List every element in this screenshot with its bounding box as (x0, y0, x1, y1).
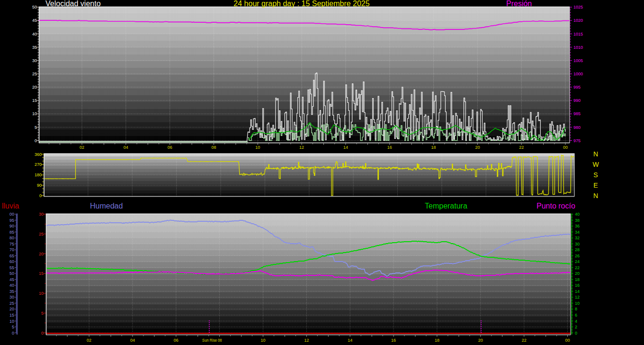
svg-text:975: 975 (573, 138, 581, 143)
svg-text:Presión: Presión (506, 0, 532, 8)
svg-text:20: 20 (9, 307, 14, 311)
svg-text:30: 30 (39, 212, 44, 217)
svg-text:0: 0 (35, 138, 37, 143)
svg-text:30: 30 (9, 295, 14, 300)
svg-text:0: 0 (39, 193, 42, 198)
svg-text:20: 20 (39, 252, 44, 256)
svg-text:95: 95 (9, 218, 14, 223)
svg-text:60: 60 (9, 259, 14, 264)
svg-text:2: 2 (575, 325, 577, 329)
svg-text:N: N (593, 150, 598, 158)
svg-text:995: 995 (573, 85, 581, 90)
svg-text:lluvia: lluvia (2, 202, 19, 210)
svg-text:34: 34 (575, 230, 580, 235)
svg-text:24: 24 (575, 259, 580, 264)
svg-text:25: 25 (9, 301, 14, 306)
svg-text:270: 270 (35, 162, 42, 167)
svg-text:40: 40 (575, 212, 580, 217)
svg-text:22: 22 (522, 338, 527, 343)
svg-text:6: 6 (575, 313, 577, 318)
svg-text:06: 06 (174, 338, 179, 343)
svg-text:10: 10 (32, 111, 37, 116)
svg-text:50: 50 (32, 5, 37, 9)
svg-text:10: 10 (575, 301, 580, 306)
svg-text:70: 70 (9, 247, 14, 252)
svg-text:0: 0 (41, 331, 44, 336)
svg-text:30: 30 (575, 242, 580, 246)
svg-text:180: 180 (35, 172, 42, 177)
svg-text:90: 90 (37, 183, 42, 188)
svg-text:45: 45 (9, 277, 14, 282)
svg-text:10: 10 (39, 291, 44, 296)
svg-text:0: 0 (12, 331, 14, 336)
svg-text:1000: 1000 (573, 72, 583, 76)
svg-text:85: 85 (9, 230, 14, 235)
svg-text:1010: 1010 (573, 45, 583, 50)
svg-text:02: 02 (87, 338, 91, 343)
svg-text:18: 18 (435, 338, 439, 343)
svg-text:15: 15 (32, 98, 37, 103)
svg-text:00: 00 (9, 212, 14, 217)
svg-text:8: 8 (575, 307, 577, 311)
svg-text:15: 15 (9, 313, 14, 318)
svg-text:22: 22 (519, 145, 524, 150)
svg-text:30: 30 (32, 58, 37, 63)
svg-text:1005: 1005 (573, 58, 583, 63)
svg-text:12: 12 (575, 295, 580, 300)
svg-text:38: 38 (575, 218, 580, 223)
svg-text:360: 360 (35, 152, 42, 157)
svg-text:25: 25 (39, 232, 44, 236)
svg-text:32: 32 (575, 236, 580, 240)
svg-text:20: 20 (32, 85, 37, 90)
svg-text:40: 40 (32, 32, 37, 36)
svg-text:26: 26 (575, 254, 580, 258)
svg-text:S: S (593, 171, 598, 179)
svg-text:35: 35 (32, 45, 37, 50)
svg-text:25: 25 (32, 72, 37, 76)
svg-text:18: 18 (431, 145, 436, 150)
svg-text:20: 20 (478, 338, 483, 343)
svg-text:990: 990 (573, 98, 581, 103)
svg-text:Punto rocío: Punto rocío (537, 202, 575, 210)
svg-text:80: 80 (9, 236, 14, 240)
svg-text:16: 16 (391, 338, 396, 343)
svg-text:35: 35 (9, 289, 14, 294)
svg-text:12: 12 (299, 145, 304, 150)
svg-text:Humedad: Humedad (90, 202, 123, 210)
svg-text:45: 45 (32, 18, 37, 23)
svg-text:20: 20 (575, 271, 580, 276)
svg-text:Temperatura: Temperatura (425, 202, 467, 210)
svg-text:18: 18 (575, 277, 580, 282)
svg-text:10: 10 (255, 145, 260, 150)
svg-text:E: E (593, 182, 598, 189)
svg-text:02: 02 (80, 145, 84, 150)
svg-text:985: 985 (573, 111, 581, 116)
svg-text:00: 00 (563, 145, 568, 150)
svg-text:04: 04 (124, 145, 128, 150)
svg-text:5: 5 (41, 311, 44, 316)
svg-text:980: 980 (573, 125, 581, 130)
svg-text:14: 14 (348, 338, 352, 343)
svg-text:14: 14 (343, 145, 348, 150)
svg-text:16: 16 (575, 283, 580, 288)
svg-text:5: 5 (12, 325, 14, 329)
svg-text:00: 00 (565, 338, 570, 343)
svg-text:14: 14 (575, 289, 580, 294)
svg-text:N: N (593, 192, 598, 200)
svg-text:1025: 1025 (573, 5, 583, 9)
svg-text:55: 55 (9, 265, 14, 270)
svg-text:12: 12 (304, 338, 309, 343)
svg-text:1015: 1015 (573, 32, 583, 36)
svg-text:16: 16 (387, 145, 392, 150)
svg-text:15: 15 (39, 271, 44, 276)
svg-text:10: 10 (260, 338, 265, 343)
svg-text:1020: 1020 (573, 18, 583, 23)
svg-text:W: W (592, 161, 599, 168)
svg-text:20: 20 (475, 145, 480, 150)
svg-text:50: 50 (9, 271, 14, 276)
svg-text:36: 36 (575, 224, 580, 228)
svg-text:22: 22 (575, 265, 580, 270)
svg-text:24 hour graph day : 15 Septiem: 24 hour graph day : 15 Septiembre 2025 (233, 0, 369, 8)
svg-text:75: 75 (9, 242, 14, 246)
svg-text:04: 04 (130, 338, 135, 343)
